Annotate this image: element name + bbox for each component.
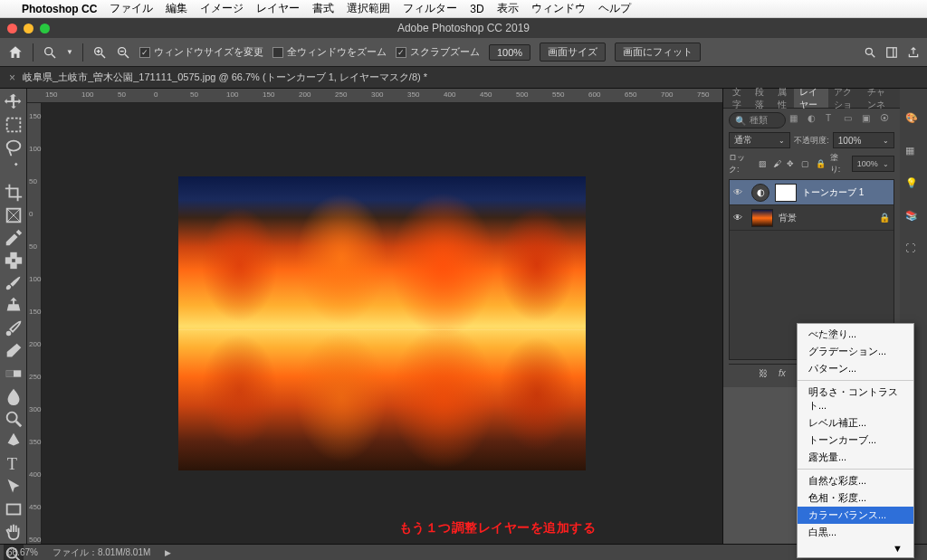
- chevron-down-icon[interactable]: ▼: [66, 48, 73, 56]
- brush-tool-icon[interactable]: [4, 273, 24, 293]
- menu-item[interactable]: 白黒...: [798, 524, 913, 541]
- dodge-tool-icon[interactable]: [4, 409, 24, 429]
- lock-position-icon[interactable]: ✥: [787, 159, 798, 168]
- mask-thumb[interactable]: [775, 184, 797, 202]
- search-icon[interactable]: [864, 46, 876, 59]
- layer-name[interactable]: トーンカーブ 1: [802, 186, 864, 199]
- home-icon[interactable]: [7, 44, 24, 61]
- workspace-icon[interactable]: [885, 46, 898, 59]
- spot-heal-tool-icon[interactable]: [4, 251, 24, 271]
- tab-actions[interactable]: アクショ: [828, 89, 863, 108]
- menu-item[interactable]: グラデーション...: [798, 343, 913, 360]
- menu-view[interactable]: 表示: [497, 1, 519, 16]
- layer-thumb[interactable]: [751, 209, 773, 227]
- menu-item[interactable]: パターン...: [798, 360, 913, 377]
- zoom-all-checkbox[interactable]: 全ウィンドウをズーム: [272, 45, 387, 59]
- filter-pixel-icon[interactable]: ▦: [789, 113, 804, 128]
- wand-tool-icon[interactable]: [4, 160, 24, 180]
- lock-transparent-icon[interactable]: ▨: [759, 159, 769, 168]
- eyedropper-tool-icon[interactable]: [4, 228, 24, 248]
- menu-help[interactable]: ヘルプ: [598, 1, 631, 16]
- menu-item[interactable]: 明るさ・コントラスト...: [798, 384, 913, 414]
- filter-smart-icon[interactable]: ▣: [862, 113, 876, 128]
- menu-item[interactable]: 自然な彩度...: [798, 472, 913, 489]
- menu-file[interactable]: ファイル: [110, 1, 153, 16]
- gradient-tool-icon[interactable]: [4, 364, 24, 384]
- menu-type[interactable]: 書式: [312, 1, 334, 16]
- layer-row[interactable]: 👁 背景 🔒: [730, 205, 894, 231]
- adjustment-thumb-icon[interactable]: ◐: [751, 184, 769, 202]
- traffic-lights[interactable]: [7, 24, 50, 33]
- tab-character[interactable]: 文字: [727, 89, 750, 108]
- crop-tool-icon[interactable]: [4, 183, 24, 203]
- fit-screen-button[interactable]: 画面サイズ: [540, 43, 606, 62]
- marquee-tool-icon[interactable]: [4, 115, 24, 135]
- tab-layers[interactable]: レイヤー: [794, 89, 828, 108]
- filter-type-icon[interactable]: T: [826, 113, 840, 128]
- zoom-in-icon[interactable]: [92, 45, 107, 60]
- visibility-icon[interactable]: 👁: [733, 187, 746, 197]
- menu-select[interactable]: 選択範囲: [347, 1, 390, 16]
- color-panel-icon[interactable]: 🎨: [905, 112, 922, 128]
- mac-menubar[interactable]: Photoshop CC ファイル 編集 イメージ レイヤー 書式 選択範囲 フ…: [0, 0, 927, 18]
- zoom-100-button[interactable]: 100%: [489, 44, 530, 61]
- navigator-panel-icon[interactable]: ⛶: [905, 242, 922, 259]
- maximize-window-icon[interactable]: [40, 24, 50, 33]
- tab-channels[interactable]: チャンネ: [862, 89, 896, 108]
- close-tab-icon[interactable]: ×: [9, 71, 15, 84]
- resize-windows-checkbox[interactable]: ✓ウィンドウサイズを変更: [139, 45, 263, 59]
- zoom-percent[interactable]: 66.67%: [7, 547, 38, 557]
- pen-tool-icon[interactable]: [4, 432, 24, 451]
- canvas-viewport[interactable]: もう１つ調整レイヤーを追加する: [42, 103, 722, 544]
- path-select-tool-icon[interactable]: [4, 477, 24, 497]
- layer-fx-icon[interactable]: fx: [779, 368, 791, 381]
- link-layers-icon[interactable]: ⛓: [759, 368, 771, 381]
- filter-shape-icon[interactable]: ▭: [844, 113, 858, 128]
- share-icon[interactable]: [907, 46, 920, 59]
- menu-item[interactable]: べた塗り...: [798, 326, 913, 343]
- hand-tool-icon[interactable]: [4, 522, 24, 542]
- ruler-horizontal[interactable]: 1501005005010015020025030035040045050055…: [27, 89, 722, 103]
- fit-window-button[interactable]: 画面にフィット: [615, 43, 701, 62]
- status-chevron-icon[interactable]: ▶: [165, 548, 171, 557]
- menu-filter[interactable]: フィルター: [403, 1, 457, 16]
- menu-item[interactable]: 色相・彩度...: [798, 489, 913, 507]
- menu-item[interactable]: トーンカーブ...: [798, 432, 913, 449]
- menu-item[interactable]: レベル補正...: [798, 414, 913, 432]
- libraries-panel-icon[interactable]: 📚: [905, 210, 922, 226]
- tab-properties[interactable]: 属性: [772, 89, 795, 108]
- layer-name[interactable]: 背景: [779, 212, 797, 224]
- swatches-panel-icon[interactable]: ▦: [905, 145, 922, 161]
- menu-scroll-down-icon[interactable]: ▼: [798, 541, 913, 555]
- blur-tool-icon[interactable]: [4, 386, 24, 406]
- zoom-out-icon[interactable]: [116, 45, 130, 60]
- menu-edit[interactable]: 編集: [166, 1, 187, 16]
- menu-3d[interactable]: 3D: [470, 3, 483, 15]
- eraser-tool-icon[interactable]: [4, 341, 24, 361]
- type-tool-icon[interactable]: T: [4, 454, 24, 474]
- blend-mode-dropdown[interactable]: 通常⌄: [729, 132, 790, 148]
- close-window-icon[interactable]: [7, 24, 17, 33]
- rectangle-tool-icon[interactable]: [4, 499, 24, 519]
- fill-input[interactable]: 100%⌄: [852, 156, 894, 172]
- lock-artboard-icon[interactable]: ▢: [801, 159, 812, 168]
- move-tool-icon[interactable]: [4, 92, 24, 112]
- menu-window[interactable]: ウィンドウ: [531, 1, 586, 16]
- history-brush-tool-icon[interactable]: [4, 318, 24, 338]
- scrubby-checkbox[interactable]: ✓スクラブズーム: [396, 45, 480, 59]
- tab-paragraph[interactable]: 段落: [750, 89, 772, 108]
- lasso-tool-icon[interactable]: [4, 138, 24, 157]
- clone-stamp-tool-icon[interactable]: [4, 296, 24, 316]
- filter-toggle-icon[interactable]: ⦿: [880, 113, 894, 128]
- visibility-icon[interactable]: 👁: [733, 213, 746, 223]
- minimize-window-icon[interactable]: [24, 24, 33, 33]
- menu-item[interactable]: 露光量...: [798, 449, 913, 466]
- doc-size[interactable]: ファイル：8.01M/8.01M: [53, 546, 150, 559]
- menu-item[interactable]: カラーバランス...: [798, 507, 913, 524]
- document-tab[interactable]: 岐阜県_土岐市_曽木公園_171111_0575.jpg @ 66.7% (トー…: [23, 71, 427, 84]
- zoom-tool-icon[interactable]: [43, 45, 57, 60]
- frame-tool-icon[interactable]: [4, 205, 24, 225]
- menu-image[interactable]: イメージ: [200, 1, 244, 16]
- layer-row[interactable]: 👁 ◐ トーンカーブ 1: [730, 180, 894, 205]
- lock-all-icon[interactable]: 🔒: [816, 159, 827, 168]
